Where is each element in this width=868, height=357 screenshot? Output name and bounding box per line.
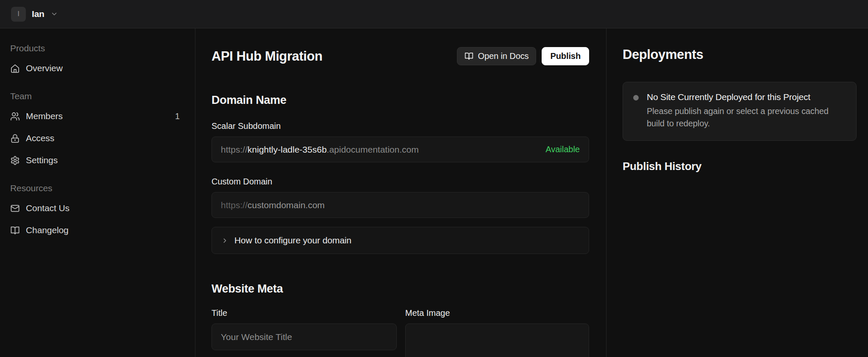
sidebar-item-label: Members: [26, 111, 63, 121]
publish-history-heading: Publish History: [623, 160, 857, 173]
lock-icon: [10, 134, 20, 143]
custom-domain-input[interactable]: https://customdomain.com: [211, 192, 589, 218]
book-icon: [10, 226, 20, 235]
status-dot-icon: [633, 95, 639, 100]
scalar-subdomain-input[interactable]: https://knightly-ladle-35s6b.apidocument…: [211, 137, 589, 162]
domain-name-heading: Domain Name: [211, 94, 589, 107]
publish-button[interactable]: Publish: [542, 47, 589, 65]
sidebar-item-changelog[interactable]: Changelog: [10, 219, 185, 241]
sidebar-section-resources: Resources Contact Us Changelog: [10, 179, 185, 241]
website-title-placeholder: Your Website Title: [221, 332, 292, 342]
website-meta-heading: Website Meta: [211, 282, 589, 296]
account-switcher[interactable]: I Ian: [11, 7, 58, 22]
no-deployment-notice: No Site Currently Deployed for this Proj…: [623, 82, 857, 141]
sidebar-section-label: Resources: [10, 179, 185, 197]
configure-domain-disclosure[interactable]: How to configure your domain: [211, 227, 589, 254]
custom-domain-placeholder-host: customdomain.com: [248, 200, 325, 210]
mail-icon: [10, 204, 20, 213]
sidebar: Products Overview Team Members 1: [0, 28, 195, 357]
custom-domain-placeholder-scheme: https://: [221, 200, 248, 210]
sidebar-item-label: Contact Us: [26, 203, 70, 213]
sidebar-section-team: Team Members 1 Access Settings: [10, 87, 185, 171]
sidebar-item-label: Access: [26, 133, 54, 143]
scalar-subdomain-label: Scalar Subdomain: [211, 121, 589, 131]
chevron-down-icon: [50, 10, 58, 18]
sidebar-item-members[interactable]: Members 1: [10, 105, 185, 127]
page-title: API Hub Migration: [211, 49, 323, 64]
custom-domain-label: Custom Domain: [211, 177, 589, 187]
configure-domain-label: How to configure your domain: [234, 235, 351, 245]
topbar: I Ian: [0, 0, 868, 28]
meta-image-upload[interactable]: [405, 324, 589, 357]
open-in-docs-button[interactable]: Open in Docs: [457, 47, 536, 65]
title-label: Title: [211, 308, 397, 318]
sidebar-item-label: Settings: [26, 155, 58, 165]
sidebar-section-label: Team: [10, 87, 185, 105]
sidebar-item-access[interactable]: Access: [10, 127, 185, 149]
subdomain-scheme: https://: [221, 145, 248, 155]
notice-title: No Site Currently Deployed for this Proj…: [647, 92, 846, 102]
project-settings-panel: API Hub Migration Open in Docs Publish D…: [195, 28, 606, 357]
sidebar-item-overview[interactable]: Overview: [10, 57, 185, 79]
users-icon: [10, 112, 20, 121]
sidebar-section-label: Products: [10, 39, 185, 57]
chevron-right-icon: [221, 237, 228, 244]
meta-image-label: Meta Image: [405, 308, 589, 318]
avatar: I: [11, 7, 26, 22]
subdomain-suffix: .apidocumentation.com: [327, 145, 419, 155]
subdomain-value: knightly-ladle-35s6b: [248, 145, 327, 155]
sidebar-item-label: Overview: [26, 63, 63, 73]
book-open-icon: [465, 52, 473, 61]
sidebar-item-settings[interactable]: Settings: [10, 149, 185, 171]
home-icon: [10, 64, 20, 73]
account-name: Ian: [32, 9, 45, 19]
gear-icon: [10, 156, 20, 165]
members-count-badge: 1: [175, 112, 180, 121]
deployments-panel: Deployments No Site Currently Deployed f…: [606, 28, 868, 357]
deployments-heading: Deployments: [623, 47, 857, 62]
sidebar-item-label: Changelog: [26, 225, 69, 235]
website-title-input[interactable]: Your Website Title: [211, 324, 397, 350]
notice-description: Please publish again or select a previou…: [647, 105, 846, 130]
sidebar-item-contact-us[interactable]: Contact Us: [10, 197, 185, 219]
open-in-docs-label: Open in Docs: [478, 51, 529, 61]
sidebar-section-products: Products Overview: [10, 39, 185, 79]
availability-status: Available: [545, 145, 580, 154]
